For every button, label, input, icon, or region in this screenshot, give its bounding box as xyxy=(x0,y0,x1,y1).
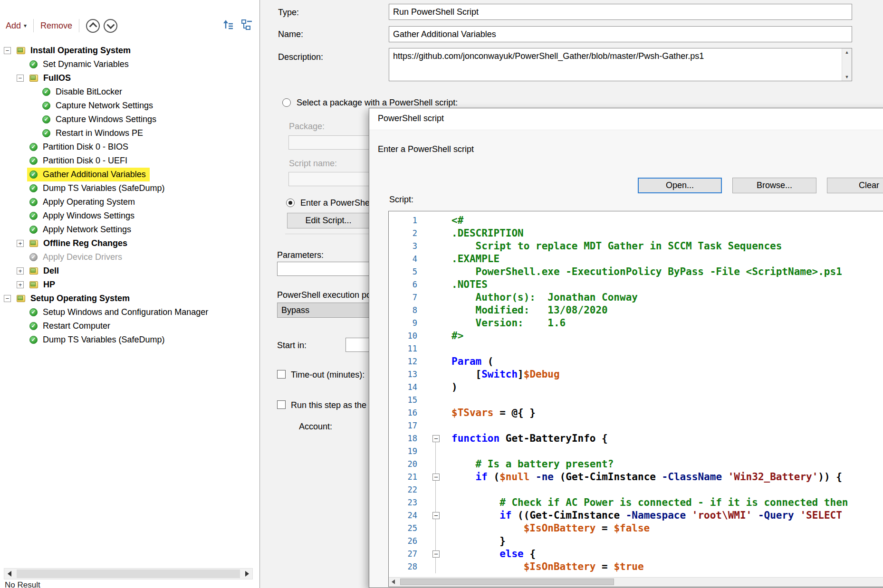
collapse-node-icon[interactable]: − xyxy=(17,75,24,82)
code-fold-collapse-icon[interactable]: − xyxy=(430,471,451,484)
open-button[interactable]: Open... xyxy=(638,178,722,193)
expand-node-icon[interactable]: + xyxy=(17,240,24,247)
scroll-right-arrow-icon[interactable] xyxy=(245,571,249,577)
fold-gutter xyxy=(430,419,451,432)
tree-item-label: Apply Windows Settings xyxy=(41,211,136,221)
tree-toolbar: Add ▾ Remove xyxy=(0,14,259,37)
tree-item-set-dynamic-variables[interactable]: ✓Set Dynamic Variables xyxy=(0,57,259,71)
code-line-14: 14) xyxy=(389,381,883,394)
tree-item-setup-operating-system[interactable]: −Setup Operating System xyxy=(0,292,259,305)
code-line-19: 19 xyxy=(389,445,883,458)
code-text: Param ( xyxy=(451,355,494,368)
start-in-field[interactable] xyxy=(346,338,370,352)
tree-item-content: Setup Operating System xyxy=(14,292,134,305)
select-package-radio[interactable] xyxy=(282,98,291,107)
code-line-28: 28 $IsOnBattery = $true xyxy=(389,560,883,573)
line-number: 21 xyxy=(389,471,430,484)
toolbar-separator xyxy=(33,19,34,32)
tree-item-apply-network-settings[interactable]: ✓Apply Network Settings xyxy=(0,223,259,237)
tree-item-apply-operating-system[interactable]: ✓Apply Operating System xyxy=(0,195,259,209)
tree-item-label: Apply Network Settings xyxy=(41,225,133,235)
scroll-up-arrow-icon[interactable]: ▲ xyxy=(842,50,852,55)
collapse-node-icon[interactable]: − xyxy=(4,295,11,302)
tree-horizontal-scrollbar[interactable] xyxy=(4,568,253,579)
dialog-titlebar[interactable] xyxy=(369,108,883,130)
scroll-left-arrow-icon[interactable] xyxy=(8,571,11,577)
tree-item-partition-disk-0-bios[interactable]: ✓Partition Disk 0 - BIOS xyxy=(0,140,259,154)
code-text: if ($null -ne (Get-CimInstance -ClassNam… xyxy=(451,471,842,484)
remove-button[interactable]: Remove xyxy=(40,21,72,31)
type-field[interactable] xyxy=(389,4,852,20)
tree-item-restart-computer[interactable]: ✓Restart Computer xyxy=(0,319,259,333)
line-number: 1 xyxy=(389,214,430,227)
group-icon xyxy=(29,267,38,275)
tree-item-offline-reg-changes[interactable]: +Offline Reg Changes xyxy=(0,237,259,250)
line-number: 28 xyxy=(389,560,430,573)
code-fold-collapse-icon[interactable]: − xyxy=(430,548,451,560)
move-up-tree-icon[interactable] xyxy=(221,18,235,34)
name-field[interactable] xyxy=(389,26,852,42)
collapse-node-icon[interactable]: − xyxy=(4,47,11,54)
group-icon xyxy=(29,281,38,288)
description-field[interactable]: https://github.com/jonconwayuk/PowerShel… xyxy=(389,48,852,81)
edit-script-button[interactable]: Edit Script... xyxy=(287,213,370,228)
expand-all-button[interactable] xyxy=(104,19,117,33)
tree-item-hp[interactable]: +HP xyxy=(0,278,259,292)
expand-node-icon[interactable]: + xyxy=(17,281,24,288)
tree-item-partition-disk-0-uefi[interactable]: ✓Partition Disk 0 - UEFI xyxy=(0,154,259,168)
tree-item-label: Dump TS Variables (SafeDump) xyxy=(41,335,166,345)
clear-button[interactable]: Clear xyxy=(827,178,883,193)
editor-scrollbar-thumb[interactable] xyxy=(400,579,614,585)
tree-item-dump-ts-variables-safedump[interactable]: ✓Dump TS Variables (SafeDump) xyxy=(0,181,259,195)
run-as-checkbox[interactable] xyxy=(277,400,286,409)
line-number: 26 xyxy=(389,535,430,548)
tree-item-install-operating-system[interactable]: −Install Operating System xyxy=(0,44,259,57)
code-line-26: 26 } xyxy=(389,535,883,548)
line-number: 10 xyxy=(389,330,430,342)
collapse-all-button[interactable] xyxy=(86,19,100,33)
tree-item-content: ✓Apply Network Settings xyxy=(27,223,135,237)
code-line-27: 27− else { xyxy=(389,548,883,560)
tree-item-gather-additional-variables[interactable]: ✓Gather Additional Variables xyxy=(0,168,259,181)
code-fold-collapse-icon[interactable]: − xyxy=(430,432,451,445)
tree-item-setup-windows-and-configuration-manager[interactable]: ✓Setup Windows and Configuration Manager xyxy=(0,305,259,319)
code-fold-collapse-icon[interactable]: − xyxy=(430,509,451,522)
tree-item-label: Setup Windows and Configuration Manager xyxy=(41,307,210,317)
line-number: 19 xyxy=(389,445,430,458)
tree-item-capture-windows-settings[interactable]: ✓Capture Windows Settings xyxy=(0,113,259,126)
add-button[interactable]: Add ▾ xyxy=(6,21,27,31)
browse-button[interactable]: Browse... xyxy=(732,178,816,193)
tree-item-content: FullOS xyxy=(27,71,75,85)
account-label: Account: xyxy=(299,422,332,432)
tree-item-restart-in-windows-pe[interactable]: ✓Restart in Windows PE xyxy=(0,126,259,140)
success-step-icon: ✓ xyxy=(29,226,38,234)
tree-item-capture-network-settings[interactable]: ✓Capture Network Settings xyxy=(0,99,259,113)
line-number: 16 xyxy=(389,407,430,419)
tree-item-disable-bitlocker[interactable]: ✓Disable BitLocker xyxy=(0,85,259,99)
editor-horizontal-scrollbar[interactable] xyxy=(389,577,883,587)
tree-item-dump-ts-variables-safedump[interactable]: ✓Dump TS Variables (SafeDump) xyxy=(0,333,259,347)
line-number: 11 xyxy=(389,342,430,355)
tree-item-apply-device-drivers[interactable]: ✓Apply Device Drivers xyxy=(0,250,259,264)
scroll-down-arrow-icon[interactable]: ▼ xyxy=(842,75,852,79)
parameters-field[interactable] xyxy=(277,262,370,276)
tree-item-apply-windows-settings[interactable]: ✓Apply Windows Settings xyxy=(0,209,259,223)
expand-node-icon[interactable]: + xyxy=(17,267,24,275)
tree-item-dell[interactable]: +Dell xyxy=(0,264,259,278)
tree-view-icon[interactable] xyxy=(240,18,254,34)
scroll-left-arrow-icon[interactable] xyxy=(392,579,395,584)
enter-script-radio[interactable] xyxy=(286,199,295,207)
code-line-17: 17 xyxy=(389,419,883,432)
tree-item-fullos[interactable]: −FullOS xyxy=(0,71,259,85)
fold-gutter xyxy=(430,317,451,330)
tree-item-label: Partition Disk 0 - BIOS xyxy=(41,142,130,152)
success-step-icon: ✓ xyxy=(29,60,38,68)
chevron-up-icon xyxy=(89,22,97,30)
scrollbar-thumb[interactable] xyxy=(17,569,240,578)
code-text: Author(s): Jonathan Conway xyxy=(451,291,638,304)
script-editor[interactable]: 1<#2.DESCRIPTION3 Script to replace MDT … xyxy=(388,211,883,587)
execution-policy-dropdown[interactable]: Bypass xyxy=(277,303,370,318)
success-step-icon: ✓ xyxy=(29,184,38,192)
timeout-checkbox[interactable] xyxy=(277,370,286,379)
description-scrollbar[interactable]: ▲ ▼ xyxy=(842,48,852,81)
